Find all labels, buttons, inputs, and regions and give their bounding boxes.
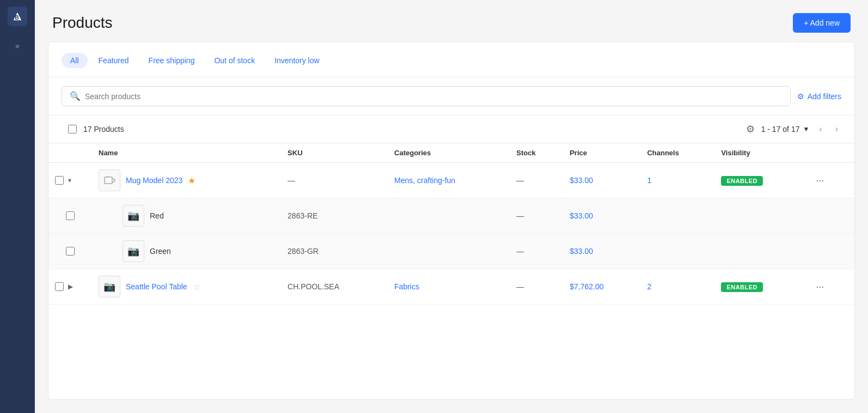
col-channels: Channels	[640, 143, 714, 163]
filter-icon: ⚙	[797, 92, 804, 101]
row-sku-cell: 2863-GR	[281, 234, 388, 269]
row-categories-cell	[388, 198, 510, 234]
col-checkbox	[48, 143, 92, 163]
row-checkbox-cell	[48, 198, 92, 234]
add-new-button[interactable]: + Add new	[793, 13, 851, 33]
row-more-button[interactable]: ···	[811, 173, 828, 189]
placeholder-icon: 📷	[127, 245, 139, 257]
row-name-cell: 📷 Seattle Pool Table ☆	[92, 269, 281, 305]
next-page-button[interactable]: ›	[832, 122, 841, 136]
row-more-button[interactable]: ···	[811, 279, 828, 295]
main-content: Products + Add new All Featured Free shi…	[35, 0, 868, 413]
search-input[interactable]	[85, 92, 783, 101]
page-title: Products	[52, 14, 113, 32]
row-checkbox[interactable]	[66, 211, 75, 220]
sku-value: —	[288, 176, 295, 185]
col-categories: Categories	[388, 143, 510, 163]
placeholder-icon: 📷	[103, 281, 115, 293]
svg-rect-3	[105, 177, 112, 184]
sku-value: 2863-GR	[288, 247, 319, 256]
prev-page-button[interactable]: ‹	[816, 122, 825, 136]
placeholder-icon: 📷	[127, 210, 139, 222]
row-price-cell: $33.00	[563, 163, 640, 198]
stock-value: —	[516, 247, 524, 256]
visibility-badge: ENABLED	[721, 282, 763, 292]
sku-value: 2863-RE	[288, 211, 317, 220]
tab-all[interactable]: All	[62, 53, 88, 68]
product-name-link[interactable]: Seattle Pool Table	[126, 282, 187, 291]
tab-featured[interactable]: Featured	[90, 53, 138, 68]
col-name: Name	[92, 143, 281, 163]
row-checkbox[interactable]	[55, 176, 64, 185]
tab-inventory-low[interactable]: Inventory low	[266, 53, 328, 68]
column-settings-icon[interactable]: ⚙	[746, 123, 755, 135]
products-table-wrap: Name SKU Categories Stock Price Channels…	[48, 143, 854, 399]
row-name-cell: Mug Model 2023 ★	[92, 163, 281, 198]
table-row: 📷 Red 2863-RE — $33.00	[48, 198, 854, 234]
pagination-dropdown-icon[interactable]: ▼	[803, 125, 809, 133]
row-actions-cell	[805, 234, 854, 269]
star-icon[interactable]: ☆	[193, 282, 200, 292]
row-name-cell: 📷 Green	[92, 234, 281, 269]
category-link[interactable]: Fabrics	[394, 282, 419, 291]
product-name: Red	[150, 211, 164, 220]
sidebar-logo: B	[8, 7, 27, 26]
price-value: $33.00	[570, 176, 593, 185]
row-checkbox[interactable]	[55, 282, 64, 291]
row-categories-cell	[388, 234, 510, 269]
row-visibility-cell	[714, 198, 805, 234]
tab-out-of-stock[interactable]: Out of stock	[205, 53, 264, 68]
row-sku-cell: —	[281, 163, 388, 198]
col-actions	[805, 143, 854, 163]
row-checkbox-cell: ▶	[48, 269, 92, 305]
sidebar: B »	[0, 0, 35, 413]
row-name-cell: 📷 Red	[92, 198, 281, 234]
row-channels-cell	[640, 234, 714, 269]
expand-row-button[interactable]: ▾	[66, 175, 74, 185]
channels-value: 1	[647, 176, 651, 185]
product-name-link[interactable]: Mug Model 2023	[126, 176, 182, 185]
row-checkbox[interactable]	[66, 247, 75, 256]
select-all-checkbox[interactable]	[68, 125, 77, 133]
product-thumbnail: 📷	[123, 205, 144, 227]
search-bar: 🔍 ⚙ Add filters	[48, 77, 854, 116]
sidebar-expand-btn[interactable]: »	[11, 37, 24, 54]
expand-row-button[interactable]: ▶	[66, 282, 75, 291]
filter-tabs: All Featured Free shipping Out of stock …	[48, 42, 854, 77]
row-categories-cell: Mens, crafting-fun	[388, 163, 510, 198]
price-value: $33.00	[570, 211, 593, 220]
row-visibility-cell: ENABLED	[714, 269, 805, 305]
tab-free-shipping[interactable]: Free shipping	[140, 53, 204, 68]
row-price-cell: $33.00	[563, 234, 640, 269]
row-channels-cell: 2	[640, 269, 714, 305]
table-column-headers: Name SKU Categories Stock Price Channels…	[48, 143, 854, 163]
pagination-info: 1 - 17 of 17 ▼	[761, 125, 810, 133]
product-thumbnail: 📷	[99, 276, 120, 297]
row-stock-cell: —	[510, 269, 563, 305]
table-row: 📷 Green 2863-GR — $33.00	[48, 234, 854, 269]
row-checkbox-cell	[48, 234, 92, 269]
table-controls: ⚙ 1 - 17 of 17 ▼ ‹ ›	[746, 122, 841, 136]
visibility-badge: ENABLED	[721, 176, 763, 186]
page-header: Products + Add new	[35, 0, 868, 41]
price-value: $33.00	[570, 247, 593, 256]
product-thumbnail: 📷	[123, 240, 144, 262]
pagination-text: 1 - 17 of 17	[761, 125, 800, 133]
add-filters-button[interactable]: ⚙ Add filters	[797, 92, 841, 101]
category-link[interactable]: Mens, crafting-fun	[394, 176, 455, 185]
add-filters-label: Add filters	[808, 92, 841, 101]
table-row: ▾	[48, 163, 854, 198]
row-stock-cell: —	[510, 234, 563, 269]
col-visibility: Visibility	[714, 143, 805, 163]
logo-icon: B	[11, 10, 23, 22]
svg-text:B: B	[15, 15, 19, 21]
row-price-cell: $7,762.00	[563, 269, 640, 305]
row-channels-cell	[640, 198, 714, 234]
stock-value: —	[516, 176, 524, 185]
col-price: Price	[563, 143, 640, 163]
mug-icon	[103, 174, 116, 187]
channels-value: 2	[647, 282, 651, 291]
sku-value: CH.POOL.SEA	[288, 282, 339, 291]
products-card: All Featured Free shipping Out of stock …	[48, 41, 855, 400]
star-icon[interactable]: ★	[188, 175, 195, 186]
